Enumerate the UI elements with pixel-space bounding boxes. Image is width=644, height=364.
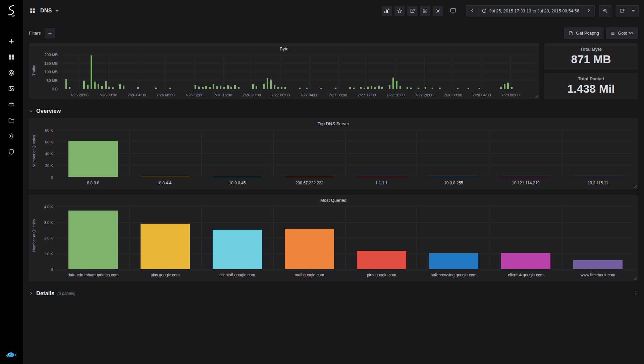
zoom-out-icon[interactable] — [599, 5, 611, 16]
drag-handle-icon[interactable] — [634, 291, 638, 296]
traffic-bar[interactable] — [108, 87, 110, 89]
gear-icon[interactable] — [433, 6, 443, 16]
traffic-bar[interactable] — [504, 84, 505, 89]
add-filter-button[interactable] — [45, 28, 55, 38]
traffic-bar[interactable] — [252, 84, 254, 89]
traffic-bar[interactable] — [392, 78, 394, 89]
traffic-bar[interactable] — [213, 84, 214, 89]
traffic-bar[interactable] — [227, 85, 229, 89]
save-icon[interactable] — [420, 6, 430, 16]
traffic-bar[interactable] — [65, 79, 67, 89]
traffic-bar[interactable] — [205, 86, 207, 89]
byte-panel-title[interactable]: Byte — [29, 43, 539, 51]
bar-8.8.8.8[interactable] — [68, 141, 117, 177]
traffic-bar[interactable] — [112, 87, 114, 89]
traffic-bar[interactable] — [83, 81, 85, 89]
traffic-bar[interactable] — [371, 86, 372, 89]
goto-button[interactable]: Goto >> — [606, 28, 638, 39]
traffic-bar[interactable] — [256, 86, 257, 89]
traffic-bar[interactable] — [274, 85, 275, 89]
most-queried-title[interactable]: Most Queried — [29, 195, 638, 203]
fish-icon[interactable] — [5, 350, 17, 360]
traffic-bar[interactable] — [299, 88, 301, 89]
traffic-bar[interactable] — [202, 87, 204, 89]
star-icon[interactable] — [394, 6, 405, 16]
resize-handle[interactable] — [634, 277, 637, 280]
add-panel-button[interactable] — [382, 6, 392, 16]
traffic-bar[interactable] — [195, 85, 196, 89]
traffic-bar[interactable] — [238, 87, 239, 89]
traffic-bar[interactable] — [374, 87, 376, 89]
traffic-bar[interactable] — [432, 88, 433, 89]
traffic-bar[interactable] — [87, 85, 89, 89]
traffic-bar[interactable] — [396, 81, 397, 89]
traffic-bar[interactable] — [306, 88, 308, 89]
traffic-bar[interactable] — [284, 87, 286, 89]
traffic-bar[interactable] — [101, 86, 103, 89]
traffic-bar[interactable] — [267, 78, 268, 89]
traffic-bar[interactable] — [155, 88, 157, 89]
bar-plus.google.com[interactable] — [357, 251, 406, 269]
traffic-bar[interactable] — [349, 87, 351, 89]
traffic-bar[interactable] — [263, 84, 265, 89]
top-dns-server-title[interactable]: Top DNS Server — [29, 118, 638, 126]
traffic-bar[interactable] — [389, 85, 390, 89]
traffic-bar[interactable] — [223, 87, 225, 89]
traffic-bar[interactable] — [457, 88, 459, 89]
traffic-bar[interactable] — [281, 87, 282, 89]
traffic-bar[interactable] — [320, 88, 322, 89]
bar-play.google.com[interactable] — [141, 224, 190, 269]
traffic-bar[interactable] — [381, 87, 383, 89]
refresh-icon[interactable] — [616, 5, 628, 16]
resize-handle[interactable] — [535, 95, 538, 98]
traffic-bar[interactable] — [69, 87, 70, 89]
traffic-bar[interactable] — [511, 87, 513, 89]
resize-handle[interactable] — [634, 185, 637, 188]
traffic-bar[interactable] — [425, 87, 426, 89]
time-back-button[interactable] — [466, 5, 478, 16]
traffic-bar[interactable] — [364, 88, 365, 89]
bar-data-cdn.mbamupdates.com[interactable] — [68, 211, 117, 269]
folder-icon[interactable] — [7, 116, 16, 125]
traffic-bar[interactable] — [468, 88, 469, 89]
traffic-bar[interactable] — [353, 88, 355, 89]
traffic-bar[interactable] — [418, 88, 419, 89]
monitor-icon[interactable] — [448, 6, 459, 16]
traffic-bar[interactable] — [270, 80, 272, 89]
time-forward-button[interactable] — [583, 5, 595, 16]
bar-clients6.google.com[interactable] — [213, 230, 262, 269]
get-pcapng-button[interactable]: Get Pcapng — [564, 28, 603, 39]
traffic-bar[interactable] — [335, 88, 336, 89]
bar-8.8.4.4[interactable] — [141, 177, 190, 177]
traffic-bar[interactable] — [439, 88, 441, 89]
traffic-bar[interactable] — [209, 87, 211, 89]
row-details[interactable]: Details (3 panels) — [29, 290, 638, 297]
screenshot-icon[interactable] — [7, 84, 16, 93]
stat-title[interactable]: Total Byte — [580, 47, 602, 52]
traffic-bar[interactable] — [410, 88, 412, 89]
traffic-bar[interactable] — [479, 88, 480, 89]
dashboard-title[interactable]: DNS — [40, 8, 52, 14]
bar-www.facebook.com[interactable] — [573, 260, 622, 269]
traffic-bar[interactable] — [500, 87, 502, 89]
traffic-bar[interactable] — [277, 87, 279, 89]
share-icon[interactable] — [407, 6, 418, 16]
storage-icon[interactable] — [7, 100, 16, 109]
traffic-bar[interactable] — [119, 84, 121, 89]
traffic-bar[interactable] — [407, 87, 408, 89]
aperture-icon[interactable] — [7, 69, 16, 77]
traffic-bar[interactable] — [105, 81, 107, 89]
time-range-button[interactable]: Jul 25, 2015 17:33:13 to Jul 28, 2015 08… — [478, 5, 583, 16]
traffic-bar[interactable] — [367, 87, 369, 89]
bar-clients4.google.com[interactable] — [501, 253, 550, 269]
traffic-bar[interactable] — [230, 87, 232, 89]
traffic-bar[interactable] — [399, 86, 401, 89]
dashboard-grid-icon[interactable] — [28, 6, 37, 15]
traffic-bar[interactable] — [198, 87, 200, 89]
traffic-bar[interactable] — [169, 88, 171, 89]
gear-icon[interactable] — [7, 132, 16, 140]
bar-safebrowsing.google.com[interactable] — [429, 253, 478, 269]
traffic-bar[interactable] — [123, 86, 124, 89]
shield-icon[interactable] — [7, 147, 16, 156]
traffic-bar[interactable] — [378, 86, 380, 89]
